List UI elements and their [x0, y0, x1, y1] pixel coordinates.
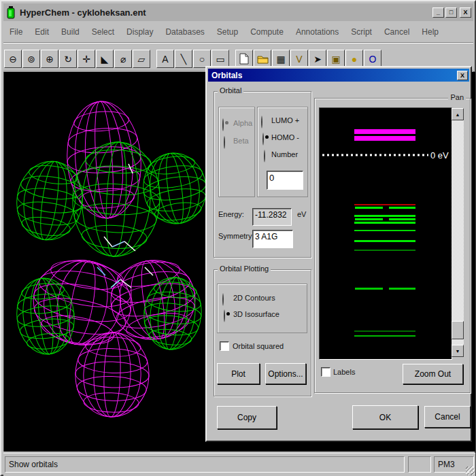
pan-tool-icon[interactable]: ▱	[133, 50, 150, 68]
title-bar[interactable]: HyperChem - cykloheksan.ent _ □ X	[3, 3, 473, 21]
isosurface-3d-radio[interactable]	[224, 309, 225, 322]
menu-help[interactable]: Help	[415, 26, 445, 38]
scroll-down-icon[interactable]: ▼	[452, 345, 464, 357]
ok-button[interactable]: OK	[352, 405, 418, 429]
orbital-isosurface	[4, 72, 205, 451]
energy-scrollbar[interactable]: ▲ ▼	[452, 108, 464, 357]
symmetry-value-field: 3 A1G	[252, 230, 293, 248]
pan-group-label: Pan	[448, 93, 466, 101]
spin-box: Alpha Beta	[218, 107, 255, 197]
alpha-label: Alpha	[233, 119, 252, 127]
scroll-up-icon[interactable]: ▲	[452, 108, 464, 120]
orbitals-dialog: Orbitals X Orbital Alpha Beta LUMO + HOM…	[205, 66, 472, 442]
plot-mode-box: 2D Contours 3D Isosurface	[217, 284, 307, 333]
window-title: HyperChem - cykloheksan.ent	[20, 7, 146, 18]
status-bar: Show orbitals PM3	[3, 453, 475, 476]
beta-radio[interactable]	[224, 136, 225, 149]
default-element-icon[interactable]: V	[290, 50, 308, 68]
homo-radio[interactable]	[262, 133, 264, 146]
pan-group: Pan 0 eV ▲ ▼ Labels Zoom Out	[314, 98, 471, 393]
minimize-button[interactable]: _	[432, 7, 444, 18]
maximize-button[interactable]: □	[445, 7, 457, 18]
contours-2d-radio[interactable]	[222, 293, 224, 306]
energy-level-diagram: 0 eV	[320, 108, 450, 358]
zoom-out-button[interactable]: Zoom Out	[403, 364, 463, 384]
menu-edit[interactable]: Edit	[29, 26, 55, 38]
select-sphere-icon[interactable]: ○	[193, 50, 211, 68]
rotate-out-of-plane-icon[interactable]: ⊖	[4, 50, 22, 68]
close-button[interactable]: X	[460, 7, 471, 18]
isosurface-3d-label: 3D Isosurface	[233, 310, 279, 318]
draw-line-icon[interactable]: ╲	[175, 50, 192, 68]
dialog-close-icon[interactable]: X	[457, 71, 468, 80]
energy-level-panel[interactable]: 0 eV	[319, 107, 452, 360]
homo-label: HOMO -	[271, 133, 299, 141]
menu-display[interactable]: Display	[120, 26, 159, 38]
beta-label: Beta	[233, 137, 249, 145]
orbital-squared-checkbox[interactable]	[220, 341, 229, 351]
labels-checkbox[interactable]	[321, 367, 330, 377]
energy-label: Energy:	[218, 210, 244, 218]
copy-button[interactable]: Copy	[217, 406, 277, 429]
energy-value-field: -11.2832	[252, 208, 292, 226]
dialog-title: Orbitals	[211, 71, 242, 80]
svg-text:0 eV: 0 eV	[430, 150, 449, 160]
scrollbar-thumb[interactable]	[452, 321, 464, 339]
translate-xy-icon[interactable]: ✛	[78, 50, 95, 68]
zoom-tool-icon[interactable]: ◣	[96, 50, 114, 68]
number-label: Number	[271, 150, 298, 158]
open-file-icon[interactable]	[254, 50, 271, 68]
model-build-icon[interactable]: ●	[345, 50, 363, 68]
orbital-group: Orbital Alpha Beta LUMO + HOMO - Number …	[214, 91, 311, 258]
overlay-icon[interactable]: O	[364, 50, 381, 68]
status-middle	[408, 456, 431, 473]
flask-icon	[6, 5, 16, 19]
z-clip-icon[interactable]: ⌀	[114, 50, 132, 68]
orbital-squared-label: Orbital squared	[233, 342, 284, 350]
new-file-icon[interactable]	[235, 50, 253, 68]
menu-build[interactable]: Build	[55, 26, 86, 38]
resize-grip[interactable]	[466, 466, 475, 475]
number-radio[interactable]	[264, 150, 265, 163]
menu-databases[interactable]: Databases	[159, 26, 210, 38]
alpha-radio[interactable]	[222, 118, 224, 131]
menu-annotations[interactable]: Annotations	[290, 26, 345, 38]
menu-compute[interactable]: Compute	[244, 26, 290, 38]
menu-bar: FileEditBuildSelectDisplayDatabasesSetup…	[3, 24, 473, 40]
menu-script[interactable]: Script	[345, 26, 378, 38]
rotate-tool-icon[interactable]: ↻	[59, 50, 77, 68]
periodic-table-icon[interactable]: ▦	[272, 50, 290, 68]
orbital-group-label: Orbital	[218, 86, 243, 95]
menu-file[interactable]: File	[3, 26, 29, 38]
options-button[interactable]: Options...	[265, 363, 306, 384]
text-tool-icon[interactable]: A	[156, 50, 174, 68]
divider	[3, 42, 473, 44]
translate-z-icon[interactable]: ⊕	[41, 50, 58, 68]
labels-label: Labels	[333, 368, 355, 376]
orbital-select-box: LUMO + HOMO - Number 0	[257, 107, 308, 197]
menu-cancel[interactable]: Cancel	[378, 26, 415, 38]
orbital-number-input[interactable]: 0	[267, 171, 303, 190]
dialog-title-bar[interactable]: Orbitals X	[208, 69, 469, 82]
app-window: HyperChem - cykloheksan.ent _ □ X FileEd…	[0, 0, 476, 476]
cancel-button[interactable]: Cancel	[424, 406, 471, 428]
toolbar-separator	[151, 50, 156, 68]
energy-unit: eV	[297, 210, 306, 218]
plot-button[interactable]: Plot	[217, 363, 260, 384]
rotate-in-plane-icon[interactable]: ⊚	[22, 50, 40, 68]
orbital-plotting-label: Orbital Plotting	[218, 265, 271, 273]
contours-2d-label: 2D Contours	[233, 294, 275, 302]
lumo-label: LUMO +	[271, 116, 299, 124]
orbital-plotting-group: Orbital Plotting 2D Contours 3D Isosurfa…	[214, 269, 311, 396]
lumo-radio[interactable]	[261, 116, 262, 129]
toolbar-separator	[230, 50, 235, 68]
select-rect-icon[interactable]: ▭	[211, 50, 229, 68]
constrain-icon[interactable]: ▣	[327, 50, 345, 68]
menu-setup[interactable]: Setup	[211, 26, 244, 38]
status-message: Show orbitals	[5, 456, 405, 473]
symmetry-label: Symmetry:	[218, 232, 254, 240]
selection-pointer-icon[interactable]: ➤	[309, 50, 326, 68]
menu-select[interactable]: Select	[86, 26, 120, 38]
